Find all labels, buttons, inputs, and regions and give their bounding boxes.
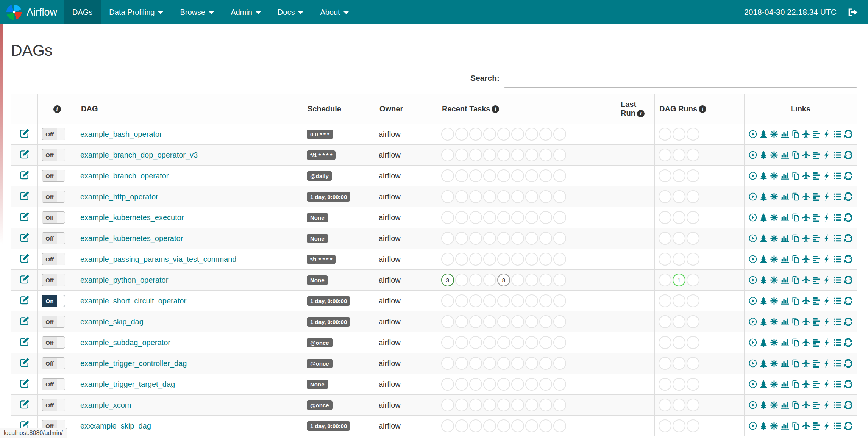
task-state-circle[interactable] [497, 149, 510, 161]
list-icon[interactable] [834, 276, 842, 284]
copy-icon[interactable] [791, 255, 799, 263]
list-icon[interactable] [834, 338, 842, 347]
dag-run-circle[interactable] [659, 419, 671, 432]
list-icon[interactable] [834, 359, 842, 368]
refresh-icon[interactable] [844, 151, 852, 159]
edit-dag-icon[interactable] [20, 129, 29, 138]
task-state-circle[interactable]: 3 [441, 274, 454, 286]
refresh-icon[interactable] [844, 192, 852, 201]
task-state-circle[interactable] [441, 315, 454, 328]
task-state-circle[interactable] [511, 149, 524, 161]
copy-icon[interactable] [791, 359, 799, 368]
task-state-circle[interactable] [483, 378, 496, 391]
task-state-circle[interactable] [553, 294, 566, 307]
play-circle-icon[interactable] [749, 213, 757, 222]
bar-chart-icon[interactable] [781, 255, 789, 263]
copy-icon[interactable] [791, 192, 799, 201]
asterisk-icon[interactable] [770, 380, 778, 388]
play-circle-icon[interactable] [749, 172, 757, 180]
tree-icon[interactable] [759, 130, 768, 138]
edit-dag-icon[interactable] [20, 212, 29, 221]
bolt-icon[interactable] [823, 151, 831, 159]
bolt-icon[interactable] [823, 422, 831, 430]
dag-run-circle[interactable] [673, 315, 685, 328]
gantt-icon[interactable] [812, 422, 821, 430]
refresh-icon[interactable] [844, 172, 852, 180]
nav-item-admin[interactable]: Admin [222, 0, 269, 24]
bolt-icon[interactable] [823, 297, 831, 305]
task-state-circle[interactable] [525, 357, 538, 370]
task-state-circle[interactable] [511, 190, 524, 203]
play-circle-icon[interactable] [749, 359, 757, 368]
tree-icon[interactable] [759, 276, 768, 284]
plane-icon[interactable] [802, 192, 810, 201]
task-state-circle[interactable] [483, 357, 496, 370]
bar-chart-icon[interactable] [781, 151, 789, 159]
tree-icon[interactable] [759, 380, 768, 388]
task-state-circle[interactable] [539, 169, 552, 182]
task-state-circle[interactable] [469, 232, 482, 245]
task-state-circle[interactable] [553, 357, 566, 370]
plane-icon[interactable] [802, 338, 810, 347]
dag-run-circle[interactable] [687, 357, 699, 370]
sign-out-icon[interactable] [848, 7, 858, 17]
task-state-circle[interactable] [441, 399, 454, 411]
task-state-circle[interactable] [441, 211, 454, 224]
task-state-circle[interactable] [525, 294, 538, 307]
asterisk-icon[interactable] [770, 130, 778, 138]
gantt-icon[interactable] [812, 234, 821, 242]
dag-run-circle[interactable] [673, 357, 685, 370]
task-state-circle[interactable] [539, 336, 552, 349]
list-icon[interactable] [834, 422, 842, 430]
task-state-circle[interactable] [483, 232, 496, 245]
task-state-circle[interactable] [441, 128, 454, 141]
edit-dag-icon[interactable] [20, 233, 29, 242]
task-state-circle[interactable] [455, 149, 468, 161]
task-state-circle[interactable] [441, 419, 454, 432]
refresh-icon[interactable] [844, 255, 852, 263]
asterisk-icon[interactable] [770, 359, 778, 368]
task-state-circle[interactable] [539, 419, 552, 432]
pause-toggle[interactable]: Off [42, 232, 65, 244]
nav-item-data-profiling[interactable]: Data Profiling [101, 0, 172, 24]
task-state-circle[interactable] [469, 128, 482, 141]
dag-link[interactable]: example_python_operator [80, 276, 168, 284]
list-icon[interactable] [834, 297, 842, 305]
bolt-icon[interactable] [823, 234, 831, 242]
play-circle-icon[interactable] [749, 255, 757, 263]
dag-run-circle[interactable] [673, 169, 685, 182]
plane-icon[interactable] [802, 151, 810, 159]
gantt-icon[interactable] [812, 213, 821, 222]
nav-item-about[interactable]: About [312, 0, 357, 24]
dag-link[interactable]: example_bash_operator [80, 130, 162, 138]
asterisk-icon[interactable] [770, 213, 778, 222]
task-state-circle[interactable] [511, 336, 524, 349]
tree-icon[interactable] [759, 401, 768, 409]
list-icon[interactable] [834, 318, 842, 326]
list-icon[interactable] [834, 192, 842, 201]
task-state-circle[interactable] [539, 399, 552, 411]
gantt-icon[interactable] [812, 338, 821, 347]
copy-icon[interactable] [791, 234, 799, 242]
dag-run-circle[interactable] [687, 128, 699, 141]
tree-icon[interactable] [759, 192, 768, 201]
list-icon[interactable] [834, 234, 842, 242]
task-state-circle[interactable] [511, 211, 524, 224]
task-state-circle[interactable] [483, 419, 496, 432]
edit-dag-icon[interactable] [20, 358, 29, 367]
bar-chart-icon[interactable] [781, 213, 789, 222]
dag-run-circle[interactable] [687, 336, 699, 349]
dag-link[interactable]: example_http_operator [80, 192, 158, 201]
tree-icon[interactable] [759, 234, 768, 242]
task-state-circle[interactable] [511, 419, 524, 432]
task-state-circle[interactable] [553, 232, 566, 245]
dag-run-circle[interactable] [673, 419, 685, 432]
dag-run-circle[interactable] [659, 211, 671, 224]
play-circle-icon[interactable] [749, 297, 757, 305]
task-state-circle[interactable] [497, 211, 510, 224]
bolt-icon[interactable] [823, 213, 831, 222]
dag-link[interactable]: example_branch_dop_operator_v3 [80, 151, 198, 159]
asterisk-icon[interactable] [770, 297, 778, 305]
task-state-circle[interactable] [553, 336, 566, 349]
copy-icon[interactable] [791, 380, 799, 388]
